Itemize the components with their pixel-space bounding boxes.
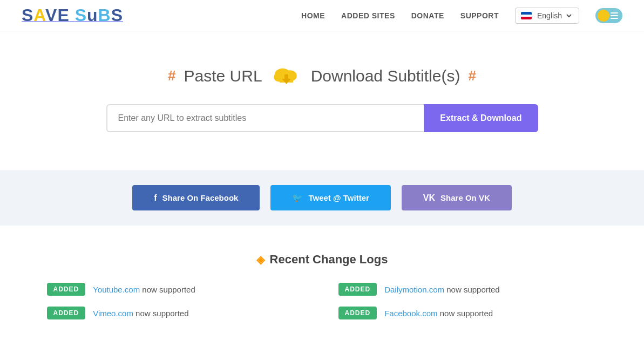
changelog-text: Youtube.com now supported bbox=[93, 285, 195, 294]
share-twitter-label: Tweet @ Twitter bbox=[308, 193, 369, 202]
hero-section: # Paste URL Download Subtitle(s) # Extra… bbox=[0, 31, 644, 154]
list-item: ADDED Dailymotion.com now supported bbox=[338, 283, 598, 296]
hero-title-part1: Paste URL bbox=[184, 67, 262, 85]
nav-added-sites[interactable]: ADDED SITES bbox=[341, 11, 395, 20]
url-input[interactable] bbox=[106, 104, 424, 132]
language-flag bbox=[521, 12, 532, 19]
search-form: Extract & Download bbox=[106, 104, 538, 132]
language-dropdown[interactable]: English Spanish French German bbox=[535, 11, 573, 21]
changelog-text: Vimeo.com now supported bbox=[93, 309, 188, 318]
rss-icon: ◈ bbox=[256, 253, 265, 266]
hero-title: # Paste URL Download Subtitle(s) # bbox=[11, 64, 633, 88]
changelog-link[interactable]: Facebook.com bbox=[384, 309, 437, 318]
share-section: f Share On Facebook 🐦 Tweet @ Twitter VK… bbox=[0, 170, 644, 226]
changelog-grid: ADDED Youtube.com now supported ADDED Da… bbox=[47, 283, 598, 319]
list-item: ADDED Youtube.com now supported bbox=[47, 283, 306, 296]
nav-home[interactable]: HOME bbox=[301, 11, 325, 20]
header: SAVE SuBS HOME ADDED SITES DONATE SUPPOR… bbox=[0, 0, 644, 31]
svg-rect-5 bbox=[284, 74, 288, 81]
share-facebook-button[interactable]: f Share On Facebook bbox=[132, 185, 260, 210]
logo[interactable]: SAVE SuBS bbox=[22, 5, 123, 25]
about-section: ⌘ About SaveSubs bbox=[0, 336, 644, 347]
nav-support[interactable]: SUPPORT bbox=[460, 11, 499, 20]
changelog-title: ◈ Recent Change Logs bbox=[47, 253, 598, 267]
share-vk-label: Share On VK bbox=[440, 193, 490, 202]
changelog-link[interactable]: Vimeo.com bbox=[93, 309, 133, 318]
changelog-text: Facebook.com now supported bbox=[384, 309, 493, 318]
language-selector[interactable]: English Spanish French German bbox=[515, 8, 579, 24]
share-vk-button[interactable]: VK Share On VK bbox=[402, 185, 512, 210]
vk-icon: VK bbox=[423, 193, 435, 203]
share-facebook-label: Share On Facebook bbox=[162, 193, 239, 202]
changelog-link[interactable]: Youtube.com bbox=[93, 285, 140, 294]
extract-button[interactable]: Extract & Download bbox=[424, 104, 538, 132]
list-item: ADDED Facebook.com now supported bbox=[338, 307, 598, 319]
changelog-text: Dailymotion.com now supported bbox=[384, 285, 499, 294]
hash-right: # bbox=[468, 67, 476, 84]
nav-donate[interactable]: DONATE bbox=[411, 11, 444, 20]
added-badge: ADDED bbox=[338, 283, 377, 296]
added-badge: ADDED bbox=[47, 283, 86, 296]
hero-title-part2: Download Subtitle(s) bbox=[311, 67, 460, 85]
menu-toggle-button[interactable] bbox=[595, 8, 622, 23]
facebook-icon: f bbox=[154, 193, 157, 203]
added-badge: ADDED bbox=[47, 307, 86, 319]
share-twitter-button[interactable]: 🐦 Tweet @ Twitter bbox=[270, 185, 390, 210]
twitter-icon: 🐦 bbox=[292, 193, 303, 203]
changelog-link[interactable]: Dailymotion.com bbox=[384, 285, 444, 294]
hash-left: # bbox=[168, 67, 175, 84]
cloud-download-icon bbox=[270, 64, 303, 88]
list-item: ADDED Vimeo.com now supported bbox=[47, 307, 306, 319]
main-nav: HOME ADDED SITES DONATE SUPPORT English … bbox=[301, 8, 622, 24]
added-badge: ADDED bbox=[338, 307, 377, 319]
hamburger-icon bbox=[611, 12, 618, 19]
changelog-section: ◈ Recent Change Logs ADDED Youtube.com n… bbox=[25, 226, 619, 336]
